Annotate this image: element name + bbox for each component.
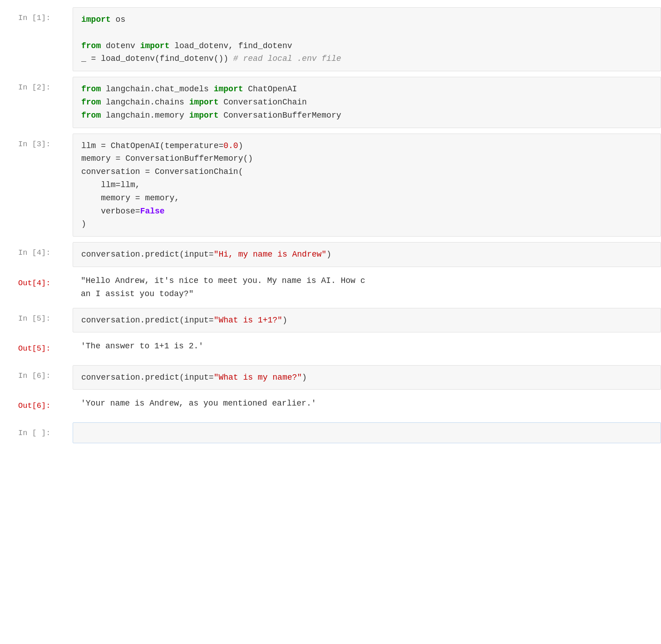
code-line: llm=llm,	[81, 178, 652, 192]
in-label: In [1]:	[0, 7, 73, 29]
output-content: "Hello Andrew, it's nice to meet you. My…	[73, 272, 661, 302]
input-row: In [1]:import os from dotenv import load…	[0, 5, 661, 74]
in-label: In [4]:	[0, 242, 73, 263]
code-token: _ = load_dotenv(find_dotenv())	[81, 54, 233, 63]
code-line: from langchain.memory import Conversatio…	[81, 109, 652, 122]
in-label: In [6]:	[0, 365, 73, 386]
in-label: In [3]:	[0, 134, 73, 155]
output-row: Out[6]:'Your name is Andrew, as you ment…	[0, 392, 661, 419]
code-line: from langchain.chat_models import ChatOp…	[81, 83, 652, 96]
code-token: llm=llm,	[81, 180, 140, 189]
code-token: langchain.chains	[101, 98, 189, 107]
code-token: memory = memory,	[81, 193, 179, 203]
code-token: "What is my name?"	[214, 373, 302, 382]
code-token: conversation.predict(input=	[81, 373, 214, 382]
code-token: llm = ChatOpenAI(temperature=	[81, 141, 223, 150]
code-token: False	[140, 207, 165, 216]
code-token: from	[81, 111, 101, 120]
code-line: conversation.predict(input="Hi, my name …	[81, 248, 652, 261]
code-line: )	[81, 218, 652, 231]
code-token: conversation.predict(input=	[81, 250, 214, 259]
code-line: _ = load_dotenv(find_dotenv()) # read lo…	[81, 52, 652, 65]
notebook-cell: In [2]:from langchain.chat_models import…	[0, 74, 661, 130]
input-row: In [3]:llm = ChatOpenAI(temperature=0.0)…	[0, 131, 661, 240]
code-line: from dotenv import load_dotenv, find_dot…	[81, 40, 652, 53]
code-token: )	[282, 316, 287, 325]
code-token: memory = ConversationBufferMemory()	[81, 154, 253, 163]
output-row: Out[5]:'The answer to 1+1 is 2.'	[0, 335, 661, 362]
code-cell[interactable]: llm = ChatOpenAI(temperature=0.0)memory …	[73, 134, 661, 237]
code-token: "Hi, my name is Andrew"	[214, 250, 326, 259]
code-line: conversation = ConversationChain(	[81, 165, 652, 178]
code-token: from	[81, 84, 101, 94]
code-line	[81, 26, 652, 40]
code-cell[interactable]: conversation.predict(input="Hi, my name …	[73, 242, 661, 267]
code-token: conversation = ConversationChain(	[81, 167, 243, 176]
input-row: In [6]:conversation.predict(input="What …	[0, 362, 661, 393]
code-cell[interactable]: conversation.predict(input="What is my n…	[73, 365, 661, 390]
code-token: conversation.predict(input=	[81, 316, 214, 325]
notebook-cell: In [ ]:	[0, 420, 661, 446]
code-token: # read local .env file	[233, 54, 341, 63]
code-token: import	[189, 98, 219, 107]
notebook-cell: In [6]:conversation.predict(input="What …	[0, 362, 661, 420]
code-token: load_dotenv, find_dotenv	[169, 41, 292, 50]
code-cell[interactable]: import os from dotenv import load_dotenv…	[73, 7, 661, 71]
in-label: In [2]:	[0, 77, 73, 98]
code-line: from langchain.chains import Conversatio…	[81, 96, 652, 109]
code-token: import	[214, 84, 243, 94]
notebook-cell: In [1]:import os from dotenv import load…	[0, 5, 661, 74]
input-row: In [5]:conversation.predict(input="What …	[0, 305, 661, 336]
code-token: verbose=	[81, 207, 140, 216]
notebook-cell: In [4]:conversation.predict(input="Hi, m…	[0, 239, 661, 305]
code-token: 0.0	[223, 141, 238, 150]
empty-code-cell[interactable]	[73, 422, 661, 443]
in-label: In [ ]:	[0, 422, 73, 444]
code-token: ConversationChain	[218, 98, 306, 107]
code-token: from	[81, 98, 101, 107]
code-token: ConversationBufferMemory	[218, 111, 341, 120]
code-cell[interactable]: from langchain.chat_models import ChatOp…	[73, 77, 661, 128]
code-line: memory = memory,	[81, 192, 652, 205]
out-label: Out[5]:	[0, 338, 73, 359]
code-token: from	[81, 41, 101, 50]
code-token: langchain.memory	[101, 111, 189, 120]
code-line: conversation.predict(input="What is my n…	[81, 371, 652, 384]
notebook-cell: In [5]:conversation.predict(input="What …	[0, 305, 661, 362]
input-row: In [4]:conversation.predict(input="Hi, m…	[0, 239, 661, 270]
input-row: In [2]:from langchain.chat_models import…	[0, 74, 661, 130]
output-content: 'Your name is Andrew, as you mentioned e…	[73, 395, 661, 412]
in-label: In [5]:	[0, 308, 73, 329]
code-token: )	[302, 373, 307, 382]
code-token: import	[140, 41, 170, 50]
out-label: Out[4]:	[0, 272, 73, 294]
code-token: dotenv	[101, 41, 140, 50]
notebook: In [1]:import os from dotenv import load…	[0, 0, 661, 451]
code-token: )	[81, 219, 86, 228]
code-line: llm = ChatOpenAI(temperature=0.0)	[81, 139, 652, 153]
code-token: )	[238, 141, 243, 150]
code-token: "What is 1+1?"	[214, 316, 282, 325]
output-row: Out[4]:"Hello Andrew, it's nice to meet …	[0, 270, 661, 305]
input-row: In [ ]:	[0, 420, 661, 446]
notebook-cell: In [3]:llm = ChatOpenAI(temperature=0.0)…	[0, 131, 661, 240]
code-line: memory = ConversationBufferMemory()	[81, 152, 652, 165]
out-label: Out[6]:	[0, 395, 73, 416]
code-token: import	[189, 111, 219, 120]
code-token: os	[111, 15, 125, 24]
code-token: )	[326, 250, 331, 259]
code-line: import os	[81, 13, 652, 26]
code-line: conversation.predict(input="What is 1+1?…	[81, 314, 652, 327]
code-token: langchain.chat_models	[101, 84, 213, 94]
output-content: 'The answer to 1+1 is 2.'	[73, 338, 661, 355]
code-cell[interactable]: conversation.predict(input="What is 1+1?…	[73, 308, 661, 333]
code-token: import	[81, 15, 111, 24]
code-token: ChatOpenAI	[243, 84, 297, 94]
code-line: verbose=False	[81, 205, 652, 218]
